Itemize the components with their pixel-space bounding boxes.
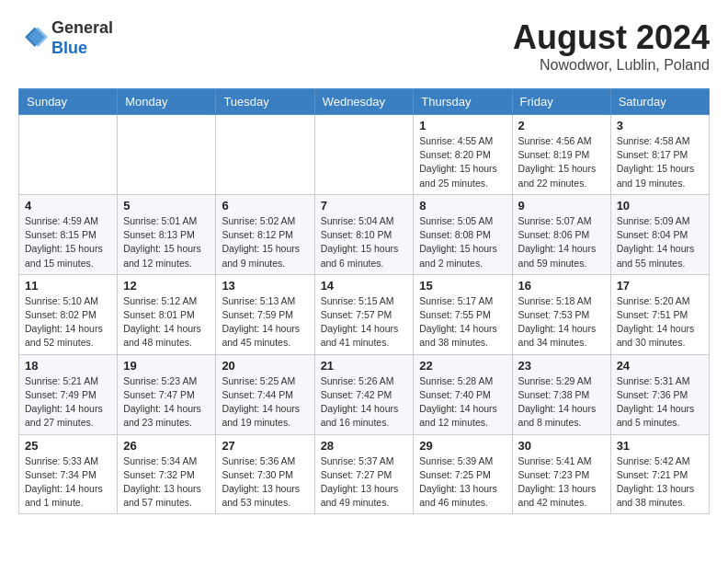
calendar-week-row: 25Sunrise: 5:33 AM Sunset: 7:34 PM Dayli… (19, 434, 710, 514)
day-info: Sunrise: 5:23 AM Sunset: 7:47 PM Dayligh… (123, 374, 210, 431)
day-number: 16 (518, 279, 605, 293)
day-info: Sunrise: 5:37 AM Sunset: 7:27 PM Dayligh… (321, 454, 408, 511)
calendar-week-row: 18Sunrise: 5:21 AM Sunset: 7:49 PM Dayli… (19, 354, 710, 434)
day-info: Sunrise: 5:13 AM Sunset: 7:59 PM Dayligh… (222, 294, 308, 350)
day-info: Sunrise: 5:01 AM Sunset: 8:13 PM Dayligh… (123, 214, 210, 270)
calendar-cell: 23Sunrise: 5:29 AM Sunset: 7:38 PM Dayli… (512, 354, 610, 434)
day-info: Sunrise: 4:59 AM Sunset: 8:15 PM Dayligh… (25, 214, 111, 270)
day-info: Sunrise: 4:58 AM Sunset: 8:17 PM Dayligh… (617, 134, 703, 190)
month-year: August 2024 (513, 18, 710, 57)
calendar-cell: 28Sunrise: 5:37 AM Sunset: 7:27 PM Dayli… (314, 434, 414, 514)
weekday-header-row: SundayMondayTuesdayWednesdayThursdayFrid… (19, 89, 710, 115)
day-info: Sunrise: 5:09 AM Sunset: 8:04 PM Dayligh… (617, 214, 703, 270)
day-number: 29 (419, 439, 506, 453)
day-info: Sunrise: 5:41 AM Sunset: 7:23 PM Dayligh… (518, 454, 605, 511)
calendar-cell: 16Sunrise: 5:18 AM Sunset: 7:53 PM Dayli… (512, 274, 610, 354)
weekday-header-monday: Monday (118, 89, 216, 115)
day-number: 31 (617, 439, 703, 453)
day-number: 22 (419, 359, 506, 373)
day-number: 12 (123, 279, 210, 293)
day-number: 11 (25, 279, 111, 293)
day-info: Sunrise: 5:12 AM Sunset: 8:01 PM Dayligh… (123, 294, 210, 350)
weekday-header-friday: Friday (512, 89, 610, 115)
day-info: Sunrise: 5:25 AM Sunset: 7:44 PM Dayligh… (222, 374, 308, 431)
day-info: Sunrise: 5:28 AM Sunset: 7:40 PM Dayligh… (419, 374, 506, 431)
calendar-week-row: 4Sunrise: 4:59 AM Sunset: 8:15 PM Daylig… (19, 194, 710, 274)
day-number: 24 (617, 359, 703, 373)
weekday-header-sunday: Sunday (19, 89, 118, 115)
calendar-cell: 13Sunrise: 5:13 AM Sunset: 7:59 PM Dayli… (216, 274, 314, 354)
weekday-header-saturday: Saturday (610, 89, 709, 115)
logo-icon (18, 24, 48, 53)
day-info: Sunrise: 5:34 AM Sunset: 7:32 PM Dayligh… (123, 454, 210, 511)
calendar-cell: 29Sunrise: 5:39 AM Sunset: 7:25 PM Dayli… (414, 434, 512, 514)
day-number: 25 (25, 439, 111, 453)
calendar-cell: 17Sunrise: 5:20 AM Sunset: 7:51 PM Dayli… (610, 274, 709, 354)
calendar-cell: 27Sunrise: 5:36 AM Sunset: 7:30 PM Dayli… (216, 434, 314, 514)
calendar-cell: 21Sunrise: 5:26 AM Sunset: 7:42 PM Dayli… (314, 354, 414, 434)
calendar-cell: 2Sunrise: 4:56 AM Sunset: 8:19 PM Daylig… (512, 115, 610, 195)
calendar-cell: 4Sunrise: 4:59 AM Sunset: 8:15 PM Daylig… (19, 194, 118, 274)
calendar-cell: 3Sunrise: 4:58 AM Sunset: 8:17 PM Daylig… (610, 115, 709, 195)
svg-marker-1 (28, 27, 48, 46)
day-number: 26 (123, 439, 210, 453)
day-number: 15 (419, 279, 506, 293)
calendar-cell: 5Sunrise: 5:01 AM Sunset: 8:13 PM Daylig… (118, 194, 216, 274)
day-info: Sunrise: 5:29 AM Sunset: 7:38 PM Dayligh… (518, 374, 605, 431)
calendar-cell: 30Sunrise: 5:41 AM Sunset: 7:23 PM Dayli… (512, 434, 610, 514)
day-number: 14 (321, 279, 408, 293)
logo-text: General Blue (51, 18, 113, 58)
location: Nowodwor, Lublin, Poland (513, 57, 710, 74)
weekday-header-tuesday: Tuesday (216, 89, 314, 115)
day-number: 18 (25, 359, 111, 373)
weekday-header-thursday: Thursday (414, 89, 512, 115)
calendar-cell: 1Sunrise: 4:55 AM Sunset: 8:20 PM Daylig… (414, 115, 512, 195)
day-number: 2 (518, 119, 605, 132)
calendar-week-row: 11Sunrise: 5:10 AM Sunset: 8:02 PM Dayli… (19, 274, 710, 354)
day-number: 4 (25, 199, 111, 213)
day-number: 6 (222, 199, 308, 213)
day-info: Sunrise: 4:55 AM Sunset: 8:20 PM Dayligh… (419, 134, 506, 190)
calendar-cell: 11Sunrise: 5:10 AM Sunset: 8:02 PM Dayli… (19, 274, 118, 354)
day-number: 5 (123, 199, 210, 213)
day-number: 3 (617, 119, 703, 132)
calendar-cell: 26Sunrise: 5:34 AM Sunset: 7:32 PM Dayli… (118, 434, 216, 514)
calendar-cell: 15Sunrise: 5:17 AM Sunset: 7:55 PM Dayli… (414, 274, 512, 354)
day-info: Sunrise: 5:39 AM Sunset: 7:25 PM Dayligh… (419, 454, 506, 511)
day-number: 9 (518, 199, 605, 213)
day-info: Sunrise: 5:21 AM Sunset: 7:49 PM Dayligh… (25, 374, 111, 431)
day-info: Sunrise: 5:42 AM Sunset: 7:21 PM Dayligh… (617, 454, 703, 511)
day-number: 7 (321, 199, 408, 213)
calendar-cell: 7Sunrise: 5:04 AM Sunset: 8:10 PM Daylig… (314, 194, 414, 274)
day-number: 27 (222, 439, 308, 453)
day-info: Sunrise: 5:36 AM Sunset: 7:30 PM Dayligh… (222, 454, 308, 511)
calendar-cell (216, 115, 314, 195)
day-info: Sunrise: 5:10 AM Sunset: 8:02 PM Dayligh… (25, 294, 111, 350)
day-info: Sunrise: 5:07 AM Sunset: 8:06 PM Dayligh… (518, 214, 605, 270)
calendar-cell: 9Sunrise: 5:07 AM Sunset: 8:06 PM Daylig… (512, 194, 610, 274)
day-info: Sunrise: 5:05 AM Sunset: 8:08 PM Dayligh… (419, 214, 506, 270)
day-number: 30 (518, 439, 605, 453)
day-number: 13 (222, 279, 308, 293)
calendar-cell: 19Sunrise: 5:23 AM Sunset: 7:47 PM Dayli… (118, 354, 216, 434)
day-info: Sunrise: 4:56 AM Sunset: 8:19 PM Dayligh… (518, 134, 605, 190)
calendar-cell (314, 115, 414, 195)
calendar-cell: 14Sunrise: 5:15 AM Sunset: 7:57 PM Dayli… (314, 274, 414, 354)
day-number: 10 (617, 199, 703, 213)
calendar-cell: 8Sunrise: 5:05 AM Sunset: 8:08 PM Daylig… (414, 194, 512, 274)
day-number: 19 (123, 359, 210, 373)
page-header: General Blue August 2024 Nowodwor, Lubli… (18, 18, 710, 74)
title-block: August 2024 Nowodwor, Lublin, Poland (513, 18, 710, 74)
calendar-cell: 20Sunrise: 5:25 AM Sunset: 7:44 PM Dayli… (216, 354, 314, 434)
calendar-cell (118, 115, 216, 195)
calendar-cell: 6Sunrise: 5:02 AM Sunset: 8:12 PM Daylig… (216, 194, 314, 274)
calendar-cell: 12Sunrise: 5:12 AM Sunset: 8:01 PM Dayli… (118, 274, 216, 354)
day-info: Sunrise: 5:04 AM Sunset: 8:10 PM Dayligh… (321, 214, 408, 270)
calendar-cell (19, 115, 118, 195)
day-number: 8 (419, 199, 506, 213)
calendar-cell: 10Sunrise: 5:09 AM Sunset: 8:04 PM Dayli… (610, 194, 709, 274)
day-info: Sunrise: 5:33 AM Sunset: 7:34 PM Dayligh… (25, 454, 111, 511)
calendar-table: SundayMondayTuesdayWednesdayThursdayFrid… (18, 88, 710, 514)
day-info: Sunrise: 5:31 AM Sunset: 7:36 PM Dayligh… (617, 374, 703, 431)
day-info: Sunrise: 5:02 AM Sunset: 8:12 PM Dayligh… (222, 214, 308, 270)
